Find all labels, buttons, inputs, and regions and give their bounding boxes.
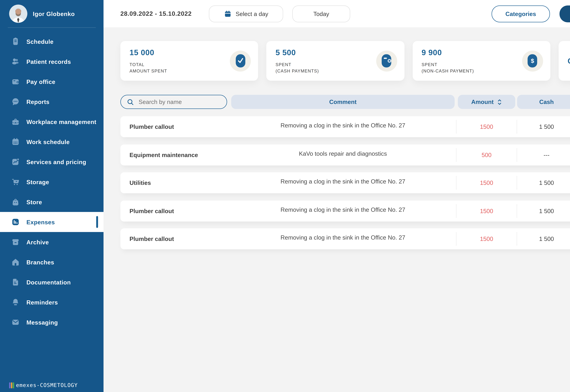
divider xyxy=(456,148,456,162)
expense-cash: 1 500 xyxy=(517,123,570,130)
sidebar-item-storage[interactable]: Storage xyxy=(0,172,103,192)
column-header-comment: Comment xyxy=(231,95,455,109)
home-icon xyxy=(11,258,20,267)
expense-name: Plumber callout xyxy=(129,207,174,214)
divider xyxy=(456,232,456,246)
sidebar-item-label: Expenses xyxy=(27,219,55,225)
sidebar-item-label: Patient records xyxy=(27,58,71,65)
divider xyxy=(456,120,456,134)
user-profile: Igor Globenko xyxy=(0,0,103,27)
sidebar-item-schedule[interactable]: Schedule xyxy=(0,31,103,52)
cart-icon xyxy=(11,177,20,186)
avatar xyxy=(9,5,27,23)
expense-comment: KaVo tools repair and diagnostics xyxy=(231,150,455,157)
topbar: 28.09.2022 - 15.10.2022 Select a day Tod… xyxy=(103,0,570,27)
sidebar-item-label: Messaging xyxy=(27,319,58,326)
date-range: 28.09.2022 - 15.10.2022 xyxy=(120,10,192,17)
today-label: Today xyxy=(314,11,329,17)
sidebar-item-reports[interactable]: Reports xyxy=(0,92,103,112)
sidebar-item-label: Documentation xyxy=(27,279,71,286)
mail-icon xyxy=(11,318,20,327)
sidebar-item-store[interactable]: Store xyxy=(0,192,103,212)
sidebar-item-label: Reminders xyxy=(27,299,58,306)
divider xyxy=(456,204,456,218)
sidebar-item-work-schedule[interactable]: Work schedule xyxy=(0,132,103,152)
expense-comment: Removing a clog in the sink in the Offic… xyxy=(231,122,455,129)
content-area: 28.09.2022 - 15.10.2022 Select a day Tod… xyxy=(103,0,570,392)
sidebar-item-services-and-pricing[interactable]: Services and pricing xyxy=(0,152,103,172)
sidebar-item-reminders[interactable]: Reminders xyxy=(0,292,103,312)
sidebar-item-label: Store xyxy=(27,198,42,205)
sidebar-item-branches[interactable]: Branches xyxy=(0,252,103,272)
sidebar-item-patient-records[interactable]: Patient records xyxy=(0,52,103,71)
search-icon xyxy=(127,98,134,106)
clipboard-icon xyxy=(11,37,20,46)
today-button[interactable]: Today xyxy=(292,5,350,22)
expense-cash: 1 500 xyxy=(517,236,570,242)
sort-icon xyxy=(497,99,502,105)
expense-name: Utilities xyxy=(129,179,151,186)
summary-card-total-spent: 15 000 TOTAL AMOUNT SPENT xyxy=(120,41,258,81)
column-header-cash: Cash xyxy=(517,95,570,109)
table-row[interactable]: Equipment maintenance KaVo tools repair … xyxy=(120,144,570,165)
user-name: Igor Globenko xyxy=(33,10,75,17)
calendar-icon xyxy=(224,10,231,18)
sidebar-item-label: Branches xyxy=(27,259,54,266)
expense-cash: --- xyxy=(517,151,570,158)
expense-comment: Removing a clog in the sink in the Offic… xyxy=(231,178,455,185)
screen: Igor Globenko Schedule Patient records xyxy=(0,0,570,392)
sidebar-item-archive[interactable]: Archive xyxy=(0,232,103,252)
summary-card-cash-spent: 5 500 SPENT (CASH PAYMENTS) xyxy=(266,41,404,81)
sidebar-item-label: Pay office xyxy=(27,78,56,85)
sidebar-item-label: Workplace management xyxy=(27,118,96,125)
sidebar-item-label: Archive xyxy=(27,239,49,245)
bell-icon xyxy=(11,298,20,307)
expense-amount: 1500 xyxy=(458,123,515,130)
divider xyxy=(456,176,456,190)
main-panel: 15 000 TOTAL AMOUNT SPENT 5 500 SPENT (C… xyxy=(103,27,570,392)
calendar-icon xyxy=(11,137,20,146)
categories-button[interactable]: Categories xyxy=(492,5,550,22)
sidebar-item-expenses[interactable]: Expenses xyxy=(0,212,103,232)
expense-comment: Removing a clog in the sink in the Offic… xyxy=(231,206,455,213)
table-header: Comment Amount Cash Cashless Date/Time xyxy=(103,95,570,109)
expense-comment: Removing a clog in the sink in the Offic… xyxy=(231,234,455,241)
search-input[interactable] xyxy=(138,98,215,106)
table-row[interactable]: Plumber callout Removing a clog in the s… xyxy=(120,116,570,137)
table-row[interactable]: Plumber callout Removing a clog in the s… xyxy=(120,200,570,221)
logo-bar-icon xyxy=(9,382,10,388)
sidebar-item-workplace-management[interactable]: Workplace management xyxy=(0,112,103,132)
select-day-label: Select a day xyxy=(236,11,268,17)
sidebar-item-label: Storage xyxy=(27,179,49,185)
categories-label: Categories xyxy=(505,11,536,17)
clinic-statistics-card[interactable]: Clinic expense statistics xyxy=(558,41,570,81)
expense-cash: 1 500 xyxy=(517,207,570,214)
column-header-amount[interactable]: Amount xyxy=(458,95,515,109)
patients-icon xyxy=(11,57,20,66)
logo-bar-icon xyxy=(11,382,12,388)
document-icon xyxy=(11,278,20,287)
check-icon xyxy=(230,50,251,71)
sidebar-item-pay-office[interactable]: Pay office xyxy=(0,71,103,92)
chart-icon xyxy=(11,157,20,166)
expense-amount: 1500 xyxy=(458,236,515,242)
active-indicator xyxy=(96,216,98,228)
new-expenses-button[interactable]: New expenses xyxy=(559,5,570,22)
sidebar-item-documentation[interactable]: Documentation xyxy=(0,272,103,292)
table-row[interactable]: Plumber callout Removing a clog in the s… xyxy=(120,228,570,249)
sidebar-item-messaging[interactable]: Messaging xyxy=(0,312,103,332)
archive-icon xyxy=(11,238,20,247)
briefcase-icon xyxy=(11,117,20,126)
bag-icon xyxy=(11,197,20,207)
sidebar-item-label: Reports xyxy=(27,98,49,105)
sidebar-menu: Schedule Patient records Pay office Repo… xyxy=(0,28,103,332)
search-box xyxy=(120,95,227,109)
expense-name: Plumber callout xyxy=(129,123,174,130)
brand-logo: emexes-COSMETOLOGY xyxy=(9,382,78,388)
expense-amount: 1500 xyxy=(458,207,515,214)
summary-card-noncash-spent: 9 900 SPENT (NON-CASH PAYMENT) $ xyxy=(413,41,550,81)
table-row[interactable]: Utilities Removing a clog in the sink in… xyxy=(120,172,570,193)
bar-chart-icon xyxy=(11,217,20,226)
select-day-button[interactable]: Select a day xyxy=(209,5,283,22)
wallet-icon xyxy=(11,77,20,86)
